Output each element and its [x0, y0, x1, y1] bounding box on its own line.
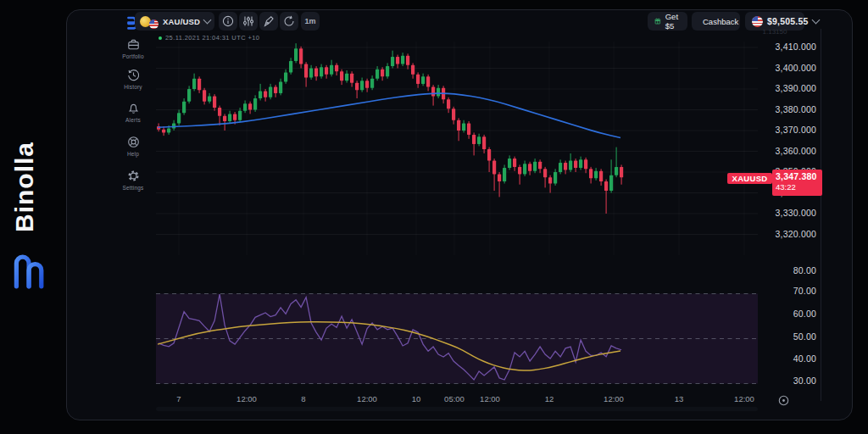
live-dot-icon: [159, 36, 162, 40]
sidebar-item-history[interactable]: History: [111, 69, 155, 90]
sidebar-item-alerts[interactable]: Alerts: [111, 102, 155, 123]
pen-tool-icon: [263, 15, 275, 27]
candlestick-chart[interactable]: [156, 42, 758, 255]
current-price-label: 3,347.380 43:22: [772, 170, 822, 196]
time-tick: 05:00: [444, 394, 465, 403]
rsi-tick: 60.00: [793, 309, 816, 319]
bell-icon: [127, 102, 140, 114]
indicators-button[interactable]: [239, 12, 258, 31]
info-button[interactable]: [219, 12, 237, 31]
rsi-tick: 30.00: [793, 376, 816, 386]
sidebar-item-help[interactable]: Help: [111, 136, 155, 157]
rsi-tick: 70.00: [793, 286, 816, 296]
get-bonus-label: Get $5: [665, 12, 681, 31]
chart-scrollbar[interactable]: [156, 407, 758, 411]
rsi-tick: 80.00: [793, 265, 816, 275]
time-tick: 13: [675, 394, 684, 403]
sidebar-item-label: Alerts: [125, 117, 141, 123]
symbol-label: XAU/USD: [163, 17, 200, 26]
cashback-label: Cashback: [703, 17, 738, 26]
time-tick: 12:00: [604, 394, 624, 403]
time-tick: 12:00: [734, 394, 754, 403]
gear-icon: [127, 170, 140, 182]
chart-timestamp: 25.11.2021 21:04:31 UTC +10: [159, 34, 259, 42]
time-tick: 8: [301, 394, 305, 403]
screen: Binolla Portfolio History: [0, 0, 868, 434]
brand-name: Binolla: [10, 120, 47, 253]
get-bonus-button[interactable]: Get $5: [648, 12, 687, 31]
current-price: 3,347.380: [776, 171, 819, 181]
symbol-price-tag: XAUUSD: [727, 173, 772, 184]
time-tick: 12:00: [357, 394, 377, 403]
scroll-to-latest-icon[interactable]: [777, 394, 790, 407]
us-flag-icon: [149, 19, 159, 29]
time-axis: 712:00812:001005:0012:001212:001312:00: [156, 394, 758, 406]
timeframe-label: 1m: [304, 17, 315, 25]
rotate-icon: [283, 15, 295, 27]
lifebuoy-icon: [127, 136, 140, 148]
sidebar-item-portfolio[interactable]: Portfolio: [111, 38, 155, 59]
draw-tool-button[interactable]: [259, 12, 278, 31]
rsi-axis: 80.0070.0060.0050.0040.0030.00: [742, 10, 816, 400]
sidebar-item-settings[interactable]: Settings: [111, 170, 155, 191]
briefcase-icon: [127, 38, 140, 51]
history-clock-icon: [127, 69, 140, 81]
app-window: Portfolio History Alerts Help: [66, 9, 853, 420]
chevron-down-icon: [203, 16, 212, 25]
sliders-icon: [242, 15, 254, 27]
rsi-tick: 50.00: [793, 331, 816, 342]
gift-icon: [654, 16, 661, 26]
info-circle-icon: [222, 15, 234, 27]
candle-countdown: 43:22: [776, 182, 819, 192]
binolla-logo: [9, 254, 45, 290]
sidebar-item-label: Portfolio: [122, 53, 144, 59]
time-tick: 12:00: [480, 394, 500, 403]
cashback-button[interactable]: Cashback: [692, 12, 740, 31]
sidebar-item-label: History: [124, 84, 142, 90]
time-tick: 7: [176, 394, 181, 403]
axis-separator: [821, 29, 821, 401]
timeframe-button[interactable]: 1m: [301, 12, 320, 31]
time-tick: 10: [412, 394, 421, 403]
time-tick: 12: [545, 394, 554, 403]
symbol-selector[interactable]: XAU/USD: [135, 12, 214, 31]
rsi-indicator-panel[interactable]: [156, 268, 758, 395]
sidebar-item-label: Settings: [122, 185, 143, 191]
rsi-tick: 40.00: [793, 353, 816, 364]
sidebar-item-label: Help: [127, 151, 139, 157]
time-tick: 12:00: [236, 394, 257, 403]
refresh-button[interactable]: [280, 12, 298, 31]
